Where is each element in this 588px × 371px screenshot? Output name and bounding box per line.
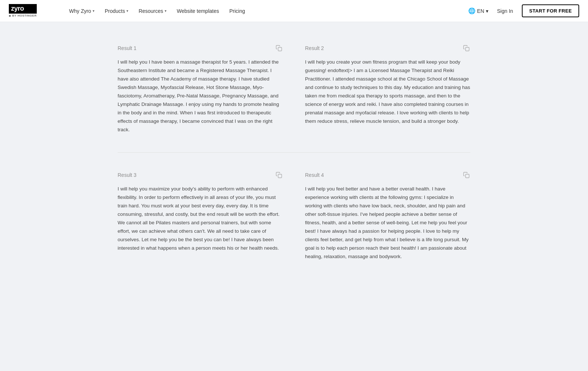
result-text-3: I will help you maximize your body's abi… [118,185,283,253]
svg-rect-1 [466,47,469,51]
copy-button-1[interactable] [275,44,283,52]
result-title-3: Result 3 [118,172,136,178]
language-selector[interactable]: 🌐 EN ▾ [468,7,488,14]
copy-button-2[interactable] [462,44,470,52]
copy-button-3[interactable] [275,171,283,179]
result-text-2: I will help you create your own fitness … [305,58,470,126]
copy-button-4[interactable] [462,171,470,179]
main-content: Result 1 I will help you I have been a m… [110,22,478,290]
nav-why-zyro[interactable]: Why Zyro ▾ [65,6,99,16]
results-grid: Result 1 I will help you I have been a m… [118,44,470,261]
result-card-1: Result 1 I will help you I have been a m… [118,44,283,134]
sign-in-link[interactable]: Sign In [493,6,518,16]
result-card-2: Result 2 I will help you create your own… [305,44,470,134]
chevron-down-icon: ▾ [165,9,166,13]
result-title-4: Result 4 [305,172,324,178]
logo-subtitle: ■ BY HOSTINGER [9,14,37,18]
result-title-1: Result 1 [118,45,136,51]
nav-right: 🌐 EN ▾ Sign In START FOR FREE [468,4,579,17]
chevron-down-icon: ▾ [486,8,488,14]
navbar: zyro ■ BY HOSTINGER Why Zyro ▾ Products … [0,0,588,22]
svg-rect-3 [466,174,469,178]
svg-rect-0 [278,47,282,51]
chevron-down-icon: ▾ [126,9,128,13]
chevron-down-icon: ▾ [93,9,94,13]
result-header-1: Result 1 [118,44,283,52]
start-free-button[interactable]: START FOR FREE [522,4,579,17]
logo[interactable]: zyro ■ BY HOSTINGER [9,4,53,18]
result-title-2: Result 2 [305,45,324,51]
result-header-4: Result 4 [305,171,470,179]
nav-products[interactable]: Products ▾ [100,6,133,16]
nav-links: Why Zyro ▾ Products ▾ Resources ▾ Websit… [65,6,468,16]
globe-icon: 🌐 [468,7,476,14]
result-text-1: I will help you I have been a massage th… [118,58,283,134]
section-divider [118,152,470,153]
result-card-3: Result 3 I will help you maximize your b… [118,171,283,261]
svg-rect-2 [278,174,282,178]
nav-resources[interactable]: Resources ▾ [134,6,171,16]
result-header-3: Result 3 [118,171,283,179]
result-header-2: Result 2 [305,44,470,52]
nav-pricing[interactable]: Pricing [225,6,250,16]
result-text-4: I will help you feel better and have a b… [305,185,470,261]
result-card-4: Result 4 I will help you feel better and… [305,171,470,261]
nav-website-templates[interactable]: Website templates [172,6,223,16]
logo-text: zyro [9,4,37,14]
